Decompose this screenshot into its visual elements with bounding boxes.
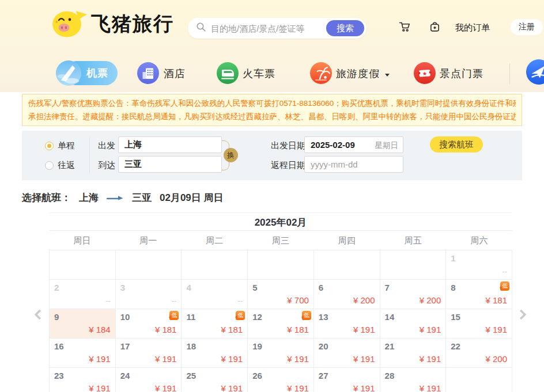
calendar-day-number: 17 — [120, 341, 130, 351]
calendar-day-cell[interactable]: 16¥ 191 — [50, 338, 116, 368]
calendar-weekday: 周五 — [380, 231, 446, 250]
my-orders-link[interactable]: 我的订单 — [455, 22, 490, 33]
round-trip-radio[interactable] — [45, 161, 54, 170]
calendar-day-number: 1 — [451, 253, 455, 263]
calendar-day-cell[interactable]: 13¥ 191 — [314, 309, 380, 338]
calendar-empty-cell — [380, 250, 447, 280]
calendar-day-cell[interactable]: 22¥ 200 — [446, 338, 512, 368]
calendar-day-cell[interactable]: 20¥ 191 — [314, 338, 380, 368]
calendar-price: ¥ 181 — [287, 325, 309, 334]
calendar-day-cell: 2-- — [50, 280, 116, 309]
tab-train[interactable]: 火车票 — [243, 67, 275, 81]
calendar-price: ¥ 191 — [287, 383, 309, 392]
calendar-price: ¥ 191 — [89, 354, 111, 364]
train-icon[interactable] — [217, 62, 239, 86]
register-button[interactable]: 注册 — [511, 19, 543, 35]
calendar-price: ¥ 191 — [353, 354, 375, 364]
calendar-day-number: 27 — [319, 371, 328, 380]
fliggy-logo[interactable]: 飞猪旅行 — [52, 9, 184, 39]
calendar-price: ¥ 181 — [221, 325, 243, 334]
trip-type-one-way[interactable]: 单程 — [45, 140, 75, 151]
one-way-radio[interactable] — [45, 142, 54, 150]
calendar-price: ¥ 191 — [420, 383, 441, 392]
calendar-day-cell[interactable]: 24¥ 191 — [116, 368, 182, 392]
round-trip-label: 往返 — [58, 160, 75, 171]
calendar-price: ¥ 191 — [485, 325, 507, 334]
calendar-day-number: 14 — [385, 312, 395, 322]
prev-month-button[interactable] — [34, 309, 44, 319]
calendar-day-cell[interactable]: 17¥ 191 — [116, 338, 182, 368]
calendar-empty-cell — [50, 250, 116, 280]
return-date-input[interactable] — [304, 156, 403, 173]
form-divider — [89, 138, 90, 173]
calendar-price: ¥ 191 — [89, 383, 111, 392]
calendar-day-number: 12 — [252, 312, 262, 322]
swap-cities-button[interactable]: 换 — [224, 148, 238, 162]
calendar-day-number: 25 — [186, 371, 196, 380]
calendar-price: ¥ 700 — [287, 295, 309, 305]
calendar-day-cell[interactable]: 15¥ 191 — [446, 309, 512, 338]
next-month-button[interactable] — [516, 309, 526, 319]
svg-text:★: ★ — [422, 70, 428, 77]
selection-from: 上海 — [79, 191, 99, 204]
calendar-day-cell[interactable]: 7¥ 200 — [380, 280, 447, 309]
travel-app-icon[interactable] — [526, 59, 544, 87]
search-input[interactable] — [211, 24, 315, 33]
calendar-month-title: 2025年02月 — [49, 213, 512, 231]
calendar-price: ¥ 181 — [155, 325, 177, 334]
calendar-day-cell[interactable]: 26¥ 191 — [248, 368, 314, 392]
calendar-day-cell[interactable]: 28¥ 191 — [380, 368, 447, 392]
calendar-day-number: 3 — [120, 283, 125, 292]
calendar-day-cell[interactable]: 12低¥ 181 — [248, 309, 314, 338]
calendar-day-cell[interactable]: 18¥ 191 — [182, 338, 248, 368]
calendar-day-cell[interactable]: 6¥ 200 — [314, 280, 380, 309]
calendar-day-number: 11 — [186, 312, 195, 322]
calendar-day-number: 22 — [451, 341, 460, 351]
calendar-day-cell[interactable]: 8低¥ 181 — [446, 280, 512, 309]
low-price-badge: 低 — [236, 311, 245, 320]
search-flights-button[interactable]: 搜索航班 — [430, 136, 483, 153]
calendar-day-cell[interactable]: 9¥ 184 — [50, 309, 116, 338]
tab-flights[interactable]: 机票 — [55, 60, 118, 86]
calendar-empty-cell — [248, 250, 314, 280]
calendar-day-number: 24 — [120, 371, 130, 380]
trip-type-round[interactable]: 往返 — [45, 160, 75, 171]
depart-city-input[interactable] — [118, 136, 222, 153]
depart-weekday: 星期日 — [375, 140, 399, 151]
fliggy-page: 飞猪旅行 搜索 — [0, 0, 544, 392]
calendar-day-cell[interactable]: 5¥ 700 — [248, 280, 314, 309]
calendar-price: ¥ 191 — [155, 383, 177, 392]
one-way-label: 单程 — [58, 140, 75, 151]
calendar-empty-cell — [446, 368, 512, 392]
calendar-day-cell: 3-- — [116, 280, 182, 309]
calendar-day-number: 23 — [54, 371, 64, 380]
tab-vacation[interactable]: 旅游度假 — [336, 67, 380, 81]
calendar-day-cell[interactable]: 23¥ 191 — [50, 368, 116, 392]
arrive-city-input[interactable] — [118, 156, 222, 173]
notice-line-1: 伤残军人/警察优惠购票公告：革命伤残军人和因公致残的人民警察可拨打0571-88… — [28, 97, 516, 110]
calendar-day-cell[interactable]: 21¥ 191 — [380, 338, 447, 368]
calendar-day-cell[interactable]: 27¥ 191 — [314, 368, 380, 392]
calendar-day-cell[interactable]: 25¥ 191 — [182, 368, 248, 392]
calendar-day-number: 26 — [252, 371, 262, 380]
vacation-icon[interactable] — [310, 62, 332, 86]
calendar-day-cell[interactable]: 10低¥ 181 — [116, 309, 182, 338]
calendar-day-number: 7 — [385, 283, 390, 292]
calendar-day-cell[interactable]: 11低¥ 181 — [182, 309, 248, 338]
calendar-day-cell[interactable]: 19¥ 191 — [248, 338, 314, 368]
flight-icon — [55, 60, 82, 89]
cart-icon[interactable] — [399, 21, 411, 35]
hotel-icon[interactable] — [137, 62, 159, 86]
orders-bag-icon[interactable] — [429, 21, 441, 35]
calendar-day-number: 8 — [451, 283, 455, 292]
calendar-day-number: 6 — [319, 283, 323, 292]
calendar-weekday: 周二 — [182, 231, 248, 250]
tab-hotel[interactable]: 酒店 — [164, 67, 186, 81]
ticket-icon[interactable]: ★ — [414, 62, 436, 86]
calendar-day-number: 21 — [385, 341, 395, 351]
calendar-price: ¥ 200 — [420, 295, 441, 305]
calendar-day-cell[interactable]: 14¥ 191 — [380, 309, 447, 338]
tab-tickets[interactable]: 景点门票 — [440, 67, 483, 81]
calendar-price: ¥ 191 — [287, 354, 309, 364]
search-button[interactable]: 搜索 — [326, 20, 364, 36]
